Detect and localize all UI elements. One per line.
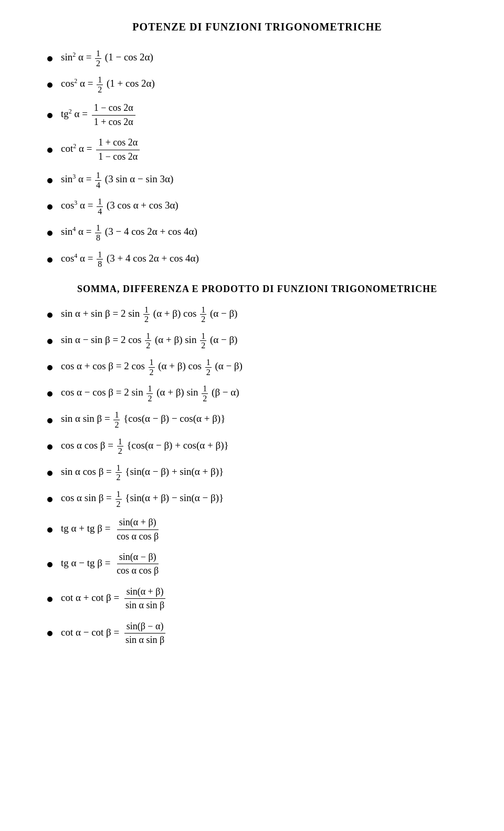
formula-sina-cosb: sin α cos β = 12 {sin(α − β) + sin(α + β… [42,463,472,482]
formula-cosplus-cosbeta: cos α + cos β = 2 cos 12 (α + β) cos 12 … [42,358,472,377]
bullet-icon [47,113,52,118]
bullet-icon [47,391,52,397]
bullet-icon [47,497,52,502]
formula-cos4: cos4 α = 18 (3 + 4 cos 2α + cos 4α) [42,250,472,269]
formula-sina-sinb: sin α sin β = 12 {cos(α − β) − cos(α + β… [42,410,472,429]
bullet-icon [47,257,52,263]
formula-cosminus-cosbeta: cos α − cos β = 2 sin 12 (α + β) sin 12 … [42,384,472,403]
formula-tga-minus-tgb: tg α − tg β = sin(α − β) cos α cos β [42,550,472,578]
formula-sin4: sin4 α = 18 (3 − 4 cos 2α + cos 4α) [42,223,472,242]
formula-cosa-cosb: cos α cos β = 12 {cos(α − β) + cos(α + β… [42,437,472,456]
bullet-icon [47,339,52,344]
bullet-icon [47,527,52,533]
bullet-icon [47,148,52,153]
bullet-icon [47,313,52,318]
formulas-section2: sin α + sin β = 2 sin 12 (α + β) cos 12 … [42,305,472,647]
bullet-icon [47,562,52,567]
formula-sinminus-sinbeta: sin α − sin β = 2 cos 12 (α + β) sin 12 … [42,331,472,350]
bullet-icon [47,204,52,210]
formula-cosa-sinb: cos α sin β = 12 {sin(α + β) − sin(α − β… [42,490,472,508]
bullet-icon [47,82,52,88]
formula-cos3: cos3 α = 14 (3 cos α + cos 3α) [42,197,472,216]
formula-cot2: cot2 α = 1 + cos 2α 1 − cos 2α [42,136,472,163]
bullet-icon [47,444,52,450]
formula-cos2: cos2 α = 12 (1 + cos 2α) [42,75,472,94]
formula-sinplus-sinbeta: sin α + sin β = 2 sin 12 (α + β) cos 12 … [42,305,472,324]
bullet-icon [47,631,52,636]
formula-sin3: sin3 α = 14 (3 sin α − sin 3α) [42,171,472,190]
section2-title: SOMMA, DIFFERENZA E PRODOTTO DI FUNZIONI… [42,284,472,295]
bullet-icon [47,418,52,423]
formula-tga-plus-tgb: tg α + tg β = sin(α + β) cos α cos β [42,516,472,543]
formula-cota-minus-cotb: cot α − cot β = sin(β − α) sin α sin β [42,620,472,647]
bullet-icon [47,365,52,370]
formula-sin2: sin2 α = 12 (1 − cos 2α) [42,49,472,68]
bullet-icon [47,597,52,602]
formula-cota-plus-cotb: cot α + cot β = sin(α + β) sin α sin β [42,585,472,612]
bullet-icon [47,471,52,476]
bullet-icon [47,178,52,183]
bullet-icon [47,56,52,61]
page-title: POTENZE DI FUNZIONI TRIGONOMETRICHE [42,21,472,33]
formulas-section1: sin2 α = 12 (1 − cos 2α) cos2 α = 12 (1 … [42,49,472,269]
formula-tg2: tg2 α = 1 − cos 2α 1 + cos 2α [42,101,472,129]
bullet-icon [47,231,52,236]
